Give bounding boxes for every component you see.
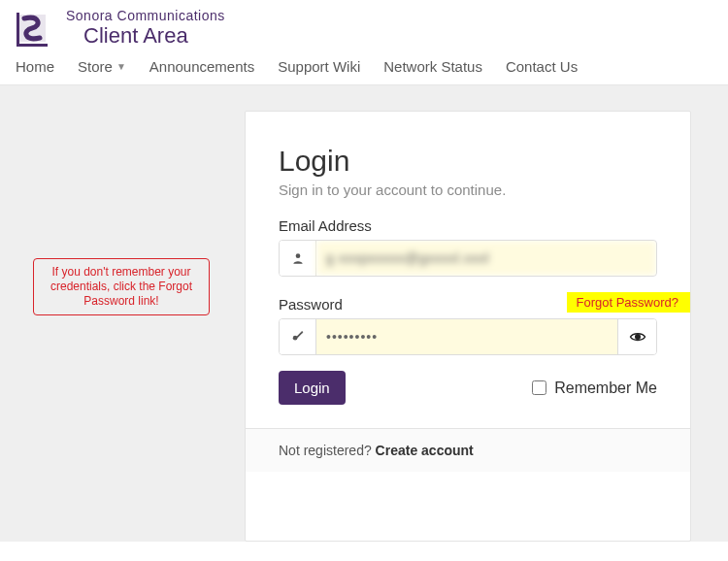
key-icon [280,319,316,354]
login-button[interactable]: Login [279,371,346,405]
remember-me[interactable]: Remember Me [532,380,657,397]
password-label: Password [279,296,343,313]
login-card-body: Login Sign in to your account to continu… [246,112,690,428]
brand-text: Sonora Communications Client Area [66,8,225,49]
header: Sonora Communications Client Area [0,0,728,52]
nav-store[interactable]: Store ▼ [78,58,126,75]
main-area: If you don't remember your credentials, … [0,85,728,542]
nav-home[interactable]: Home [16,58,54,75]
email-label: Email Address [279,217,657,234]
brand-line1: Sonora Communications [66,8,225,23]
toggle-password-visibility[interactable] [617,319,656,354]
nav-contact[interactable]: Contact Us [506,58,578,75]
footer-prefix: Not registered? [279,443,376,458]
brand-line2: Client Area [83,23,225,49]
annotation-callout: If you don't remember your credentials, … [33,258,210,315]
remember-me-label: Remember Me [554,380,657,397]
nav-announcements[interactable]: Announcements [149,58,254,75]
login-title: Login [279,145,657,178]
login-subtitle: Sign in to your account to continue. [279,182,657,198]
login-card-footer: Not registered? Create account [246,428,690,472]
login-card: Login Sign in to your account to continu… [245,111,691,542]
nav-network-status[interactable]: Network Status [383,58,482,75]
action-row: Login Remember Me [279,371,657,405]
caret-down-icon: ▼ [116,61,126,72]
create-account-link[interactable]: Create account [376,443,474,458]
email-input-group [279,240,657,277]
user-icon [280,241,316,276]
svg-rect-3 [296,332,302,338]
nav-support-wiki[interactable]: Support Wiki [278,58,360,75]
svg-point-1 [295,253,300,258]
remember-me-checkbox[interactable] [532,380,546,395]
nav-store-label: Store [78,58,113,75]
password-input[interactable] [316,319,617,354]
forgot-password-link[interactable]: Forgot Password? [567,292,691,313]
main-nav: Home Store ▼ Announcements Support Wiki … [0,52,728,85]
svg-point-5 [635,335,640,340]
password-input-group [279,318,657,355]
brand-logo [12,8,52,49]
email-input[interactable] [316,241,656,276]
